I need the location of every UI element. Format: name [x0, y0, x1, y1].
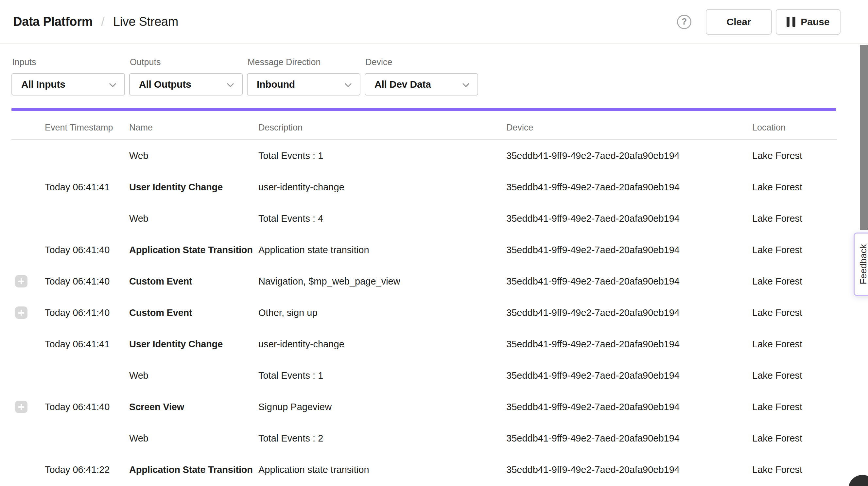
- event-name: Web: [129, 150, 258, 161]
- device-filter-label: Device: [365, 57, 478, 67]
- expand-cell: [0, 149, 45, 162]
- breadcrumb-section[interactable]: Data Platform: [13, 15, 93, 29]
- event-name: User Identity Change: [129, 182, 258, 193]
- table-row[interactable]: Today 06:41:40 Custom Event Navigation, …: [0, 266, 854, 297]
- expand-row-button[interactable]: [15, 306, 28, 319]
- outputs-filter-select[interactable]: All Outputs: [129, 73, 243, 95]
- event-location: Lake Forest: [752, 402, 854, 413]
- event-description: Navigation, $mp_web_page_view: [258, 276, 506, 287]
- event-name: Application State Transition: [129, 464, 258, 475]
- event-description: Application state transition: [258, 464, 506, 475]
- vertical-scrollbar-thumb[interactable]: [860, 45, 868, 230]
- event-table-body: Web Total Events : 1 35eddb41-9ff9-49e2-…: [0, 140, 854, 485]
- table-row[interactable]: Today 06:41:40 Application State Transit…: [0, 234, 854, 266]
- expand-row-button[interactable]: [15, 401, 28, 413]
- expand-cell: [0, 306, 45, 319]
- event-description: Signup Pageview: [258, 402, 506, 413]
- event-device-id: 35eddb41-9ff9-49e2-7aed-20afa90eb194: [506, 433, 752, 444]
- pause-button-label: Pause: [801, 17, 829, 28]
- live-stream-progress-bar: [11, 108, 836, 111]
- event-device-id: 35eddb41-9ff9-49e2-7aed-20afa90eb194: [506, 182, 752, 193]
- table-header: Event Timestamp Name Description Device …: [0, 111, 854, 140]
- event-description: Total Events : 4: [258, 213, 506, 224]
- table-row[interactable]: Today 06:41:40 Screen View Signup Pagevi…: [0, 391, 854, 423]
- expand-cell: [0, 463, 45, 476]
- column-header-location: Location: [752, 123, 854, 133]
- event-name: Application State Transition: [129, 245, 258, 255]
- event-location: Lake Forest: [752, 464, 854, 475]
- event-name: Screen View: [129, 402, 258, 413]
- event-location: Lake Forest: [752, 182, 854, 193]
- table-row[interactable]: Web Total Events : 1 35eddb41-9ff9-49e2-…: [0, 140, 854, 171]
- event-timestamp: Today 06:41:40: [45, 276, 129, 287]
- event-device-id: 35eddb41-9ff9-49e2-7aed-20afa90eb194: [506, 245, 752, 255]
- message-direction-filter-select[interactable]: Inbound: [247, 73, 361, 95]
- inputs-filter-select[interactable]: All Inputs: [11, 73, 125, 95]
- column-header-name: Name: [129, 123, 258, 133]
- event-name: Custom Event: [129, 307, 258, 318]
- filter-message-direction: Message Direction Inbound: [247, 57, 361, 95]
- event-description: user-identity-change: [258, 339, 506, 350]
- expand-cell: [0, 181, 45, 193]
- expand-cell: [0, 212, 45, 225]
- inputs-filter-value: All Inputs: [21, 79, 65, 90]
- device-filter-value: All Dev Data: [374, 79, 431, 90]
- event-device-id: 35eddb41-9ff9-49e2-7aed-20afa90eb194: [506, 339, 752, 350]
- event-location: Lake Forest: [752, 370, 854, 381]
- filter-inputs: Inputs All Inputs: [11, 57, 125, 95]
- filter-device: Device All Dev Data: [365, 57, 478, 95]
- chevron-down-icon: [227, 81, 234, 87]
- table-row[interactable]: Today 06:41:40 Custom Event Other, sign …: [0, 297, 854, 328]
- table-row[interactable]: Today 06:41:41 User Identity Change user…: [0, 171, 854, 203]
- feedback-tab-label: Feedback: [858, 244, 868, 284]
- column-header-description: Description: [258, 123, 506, 133]
- feedback-tab[interactable]: Feedback: [854, 233, 868, 296]
- breadcrumb: Data Platform / Live Stream: [13, 0, 178, 43]
- event-device-id: 35eddb41-9ff9-49e2-7aed-20afa90eb194: [506, 402, 752, 413]
- expand-cell: [0, 432, 45, 445]
- event-location: Lake Forest: [752, 213, 854, 224]
- expand-row-button[interactable]: [15, 275, 28, 287]
- expand-cell: [0, 244, 45, 256]
- event-name: Custom Event: [129, 276, 258, 287]
- live-stream-page: Data Platform / Live Stream ? Clear Paus…: [0, 0, 868, 486]
- event-description: Application state transition: [258, 245, 506, 255]
- event-timestamp: Today 06:41:40: [45, 245, 129, 255]
- table-row[interactable]: Today 06:41:41 User Identity Change user…: [0, 328, 854, 360]
- table-row[interactable]: Web Total Events : 4 35eddb41-9ff9-49e2-…: [0, 203, 854, 234]
- event-device-id: 35eddb41-9ff9-49e2-7aed-20afa90eb194: [506, 276, 752, 287]
- clear-button[interactable]: Clear: [706, 9, 772, 35]
- event-timestamp: Today 06:41:40: [45, 402, 129, 413]
- inputs-filter-label: Inputs: [12, 57, 125, 67]
- event-location: Lake Forest: [752, 150, 854, 161]
- page-title: Live Stream: [113, 15, 178, 29]
- expand-cell: [0, 275, 45, 287]
- outputs-filter-value: All Outputs: [139, 79, 191, 90]
- table-row[interactable]: Today 06:41:22 Application State Transit…: [0, 454, 854, 485]
- outputs-filter-label: Outputs: [130, 57, 243, 67]
- pause-button[interactable]: Pause: [776, 9, 840, 35]
- pause-icon: [786, 17, 796, 27]
- event-location: Lake Forest: [752, 276, 854, 287]
- question-mark-icon: ?: [682, 17, 687, 27]
- table-row[interactable]: Web Total Events : 1 35eddb41-9ff9-49e2-…: [0, 360, 854, 391]
- device-filter-select[interactable]: All Dev Data: [365, 73, 478, 95]
- event-timestamp: Today 06:41:40: [45, 307, 129, 318]
- event-device-id: 35eddb41-9ff9-49e2-7aed-20afa90eb194: [506, 213, 752, 224]
- event-location: Lake Forest: [752, 339, 854, 350]
- event-description: Other, sign up: [258, 307, 506, 318]
- table-row[interactable]: Web Total Events : 2 35eddb41-9ff9-49e2-…: [0, 423, 854, 454]
- event-timestamp: Today 06:41:41: [45, 339, 129, 350]
- message-direction-filter-label: Message Direction: [248, 57, 361, 67]
- app-header: Data Platform / Live Stream ? Clear Paus…: [0, 0, 868, 43]
- event-device-id: 35eddb41-9ff9-49e2-7aed-20afa90eb194: [506, 150, 752, 161]
- event-location: Lake Forest: [752, 307, 854, 318]
- event-name: Web: [129, 370, 258, 381]
- expand-cell: [0, 338, 45, 350]
- help-button[interactable]: ?: [677, 15, 691, 29]
- header-actions: ? Clear Pause: [677, 0, 840, 43]
- event-device-id: 35eddb41-9ff9-49e2-7aed-20afa90eb194: [506, 370, 752, 381]
- expand-cell: [0, 401, 45, 413]
- event-description: Total Events : 1: [258, 370, 506, 381]
- event-location: Lake Forest: [752, 245, 854, 255]
